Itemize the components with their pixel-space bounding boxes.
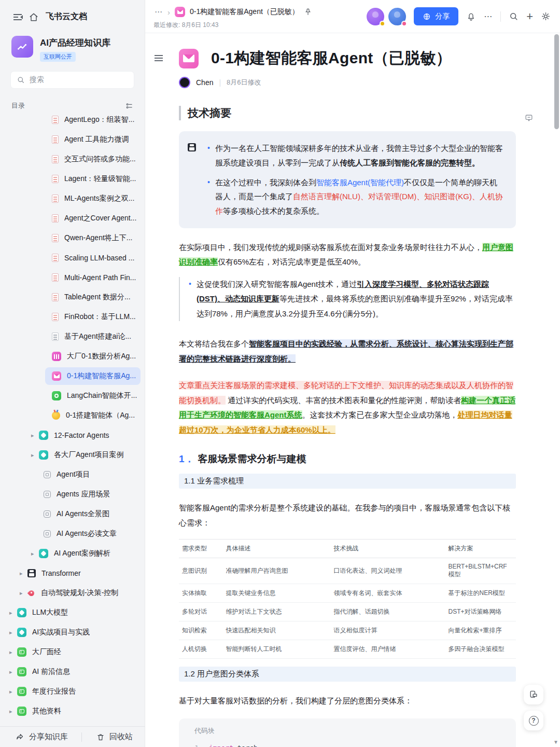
sidebar-item[interactable]: Multi-Agent Path Fin... — [0, 268, 145, 287]
book-app-icon — [17, 667, 26, 676]
sidebar-item[interactable]: Scaling LLM-based ... — [0, 248, 145, 268]
breadcrumb-doc-title[interactable]: 0-1构建智能客服Agent（已脱敏） — [190, 7, 299, 17]
more-menu-button[interactable]: ⋯ — [484, 11, 493, 21]
toc-sort-icon[interactable] — [124, 102, 133, 110]
page-title: 0-1构建智能客服Agent（已脱敏） — [211, 48, 452, 69]
sidebar-item[interactable]: FinRobot：基于LLM... — [0, 307, 145, 327]
sidebar-item[interactable]: ▸年度行业报告 — [0, 682, 145, 701]
sidebar-item[interactable]: AI Agents全景图 — [0, 504, 145, 524]
divider — [81, 732, 82, 742]
scrollbar-down-arrow[interactable]: ▼ — [553, 739, 558, 745]
doc-title-row: 0-1构建智能客服Agent（已脱敏） — [179, 33, 516, 69]
search-icon[interactable] — [509, 11, 519, 21]
diamond-app-icon — [39, 450, 48, 460]
knowledge-base-title: AI产品经理知识库 — [40, 36, 110, 49]
chevron-right-icon[interactable]: ▸ — [9, 649, 17, 656]
sidebar-item[interactable]: ▸AI实战项目与实践 — [0, 622, 145, 642]
sidebar-item[interactable]: ▸AI Agent案例解析 — [0, 544, 145, 563]
grid-icon — [44, 510, 51, 518]
chevron-right-icon[interactable]: ▸ — [20, 590, 27, 597]
sidebar-item[interactable]: TableAgent 数据分... — [0, 287, 145, 307]
book-app-icon — [17, 647, 26, 657]
sidebar-item-current-doc[interactable]: 0-1构建智能客服Ag... — [0, 366, 145, 386]
chevron-right-icon[interactable]: ▸ — [9, 669, 17, 675]
chevron-right-icon[interactable]: ▸ — [31, 452, 39, 459]
sidebar-item[interactable]: Agent之Cover Agent... — [0, 209, 145, 228]
doc-header: ⋯ › 0-1构建智能客服Agent（已脱敏） 最近修改: 8月6日 10:43… — [145, 0, 560, 33]
sidebar-item[interactable]: 0-1搭建智能体（Ag... — [0, 406, 145, 425]
sidebar-item[interactable]: ▸其他资料 — [0, 701, 145, 721]
doc-icon — [52, 273, 59, 282]
link-text[interactable]: 智能客服Agent(智能代理) — [316, 178, 404, 187]
share-kb-button[interactable]: 分享知识库 — [16, 732, 68, 742]
pin-icon[interactable] — [304, 8, 312, 16]
margin-comment-icon[interactable] — [524, 113, 534, 125]
mail-doc-icon — [175, 7, 185, 17]
home-icon[interactable] — [29, 12, 39, 22]
sidebar-item[interactable]: ▸大厂面经 — [0, 642, 145, 662]
scrollbar-thumb[interactable] — [554, 34, 559, 129]
chevron-right-icon[interactable]: ▸ — [9, 610, 17, 616]
sidebar-item[interactable]: Agent项目 — [0, 465, 145, 485]
collapse-sidebar-icon[interactable] — [13, 14, 22, 20]
doc-icon — [52, 116, 59, 124]
doc-outline-icon[interactable] — [155, 55, 163, 61]
create-new-button[interactable]: + — [526, 11, 533, 22]
sidebar-item[interactable]: AI Agents必读文章 — [0, 524, 145, 544]
code-line: 1import torch — [186, 742, 516, 747]
sidebar-item[interactable]: Lagent：轻量级智能... — [0, 169, 145, 189]
comment-panel-button[interactable] — [524, 685, 543, 704]
settings-gear-icon[interactable] — [541, 11, 551, 21]
author-avatar[interactable] — [179, 77, 190, 88]
avatar[interactable] — [388, 8, 406, 25]
collaborator-avatars — [367, 8, 406, 25]
search-icon — [17, 76, 25, 84]
sidebar-item[interactable]: Agents 应用场景 — [0, 485, 145, 504]
share-button[interactable]: 分享 — [414, 7, 458, 25]
code-block-label: 代码块 — [194, 726, 516, 736]
breadcrumb-more-button[interactable]: ⋯ — [155, 7, 163, 17]
floppy-disk-icon — [188, 143, 196, 151]
doc-icon — [52, 135, 59, 144]
bullet-icon: • — [207, 141, 210, 170]
sidebar-item[interactable]: ▸LLM大模型 — [0, 603, 145, 622]
sidebar-item[interactable]: Agent 工具能力微调 — [0, 130, 145, 149]
avatar[interactable] — [367, 8, 384, 25]
sidebar-item[interactable]: 大厂0-1数据分析Ag... — [0, 347, 145, 366]
author-name[interactable]: Chen — [196, 78, 213, 87]
help-button[interactable]: ? — [524, 711, 543, 730]
sidebar-item[interactable]: 基于Agent搭建ai论... — [0, 327, 145, 347]
divider — [500, 11, 501, 22]
sidebar-item[interactable]: 交互式问答或多功能... — [0, 149, 145, 169]
modified-date: 8月6日修改 — [227, 78, 261, 87]
chevron-right-icon[interactable]: ▸ — [9, 688, 17, 695]
sidebar: 飞书云文档 AI产品经理知识库 互联网公开 搜索 目录 AgentLego：组装… — [0, 0, 145, 747]
sidebar-item[interactable]: ML-Agents案例之双... — [0, 189, 145, 209]
sidebar-item[interactable]: ▸各大厂Agent项目案例 — [0, 445, 145, 465]
table-row: 知识检索快速匹配相关知识语义相似度计算向量化检索+重排序 — [179, 621, 516, 640]
sidebar-item[interactable]: LangChain智能体开... — [0, 386, 145, 406]
sidebar-item[interactable]: ▸Transformer — [0, 563, 145, 583]
sidebar-item[interactable]: LLM底层技术原理轻松入门 — [0, 721, 145, 726]
table-header-row: 需求类型 具体描述 技术挑战 解决方案 — [179, 540, 516, 558]
chevron-right-icon[interactable]: ▸ — [20, 570, 27, 577]
divider: | — [219, 78, 221, 87]
paragraph: 基于对大量客服对话数据的分析，我们构建了分层的意图分类体系： — [179, 694, 516, 709]
trash-button[interactable]: 回收站 — [96, 732, 133, 742]
notification-bell-icon[interactable] — [466, 11, 476, 21]
chevron-right-icon[interactable]: ▸ — [31, 432, 39, 439]
doc-icon — [52, 155, 59, 163]
callout-bullet: • 在这个过程中，我深刻体会到智能客服Agent(智能代理)不仅仅是一个简单的聊… — [207, 175, 505, 218]
search-input[interactable]: 搜索 — [10, 71, 134, 89]
public-badge: 互联网公开 — [40, 52, 76, 62]
chevron-right-icon[interactable]: ▸ — [9, 629, 17, 636]
sidebar-item[interactable]: Qwen-Agent将上下... — [0, 228, 145, 248]
sidebar-item[interactable]: ▸自动驾驶规划-决策-控制 — [0, 583, 145, 603]
sidebar-item[interactable]: AgentLego：组装智... — [0, 110, 145, 130]
sidebar-item[interactable]: ▸12-Factor Agents — [0, 425, 145, 445]
chevron-right-icon[interactable]: ▸ — [31, 550, 39, 557]
chevron-right-icon[interactable]: ▸ — [9, 708, 17, 715]
rocket-icon — [27, 589, 35, 597]
sidebar-item[interactable]: ▸AI 前沿信息 — [0, 662, 145, 682]
knowledge-base-header[interactable]: AI产品经理知识库 互联网公开 — [0, 22, 145, 62]
